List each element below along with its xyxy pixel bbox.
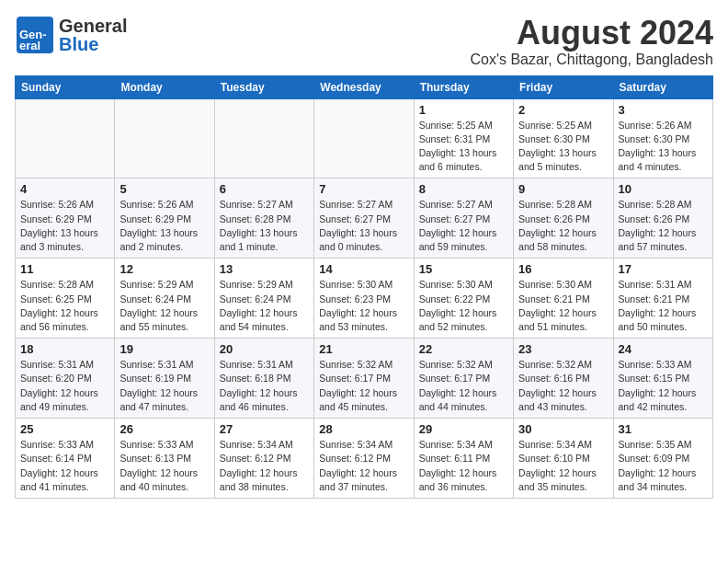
- day-info: Sunrise: 5:29 AM Sunset: 6:24 PM Dayligh…: [119, 278, 209, 334]
- calendar-day-cell: 19Sunrise: 5:31 AM Sunset: 6:19 PM Dayli…: [115, 339, 214, 419]
- calendar-day-cell: 23Sunrise: 5:32 AM Sunset: 6:16 PM Dayli…: [514, 339, 613, 419]
- day-info: Sunrise: 5:35 AM Sunset: 6:09 PM Dayligh…: [619, 438, 708, 494]
- day-info: Sunrise: 5:32 AM Sunset: 6:17 PM Dayligh…: [319, 358, 408, 414]
- calendar-day-cell: 1Sunrise: 5:25 AM Sunset: 6:31 PM Daylig…: [414, 98, 513, 178]
- calendar-day-cell: 20Sunrise: 5:31 AM Sunset: 6:18 PM Dayli…: [214, 339, 313, 419]
- calendar-day-cell: [214, 98, 313, 178]
- calendar-day-cell: 18Sunrise: 5:31 AM Sunset: 6:20 PM Dayli…: [16, 339, 115, 419]
- day-info: Sunrise: 5:30 AM Sunset: 6:23 PM Dayligh…: [319, 278, 408, 334]
- calendar-day-cell: 31Sunrise: 5:35 AM Sunset: 6:09 PM Dayli…: [613, 419, 712, 499]
- logo-blue-text: Blue: [59, 35, 127, 53]
- location-title: Cox's Bazar, Chittagong, Bangladesh: [470, 52, 713, 68]
- day-number: 12: [119, 262, 209, 276]
- day-info: Sunrise: 5:27 AM Sunset: 6:27 PM Dayligh…: [319, 198, 408, 254]
- calendar-week-row: 11Sunrise: 5:28 AM Sunset: 6:25 PM Dayli…: [16, 259, 713, 339]
- logo: Gen- eral General Blue: [15, 15, 127, 55]
- calendar-day-cell: 3Sunrise: 5:26 AM Sunset: 6:30 PM Daylig…: [613, 98, 712, 178]
- calendar-day-cell: 25Sunrise: 5:33 AM Sunset: 6:14 PM Dayli…: [16, 419, 115, 499]
- day-info: Sunrise: 5:31 AM Sunset: 6:20 PM Dayligh…: [20, 358, 109, 414]
- day-number: 27: [220, 422, 309, 436]
- calendar-day-cell: 21Sunrise: 5:32 AM Sunset: 6:17 PM Dayli…: [314, 339, 414, 419]
- day-number: 10: [619, 182, 708, 196]
- weekday-header-saturday: Saturday: [613, 75, 712, 98]
- day-number: 13: [220, 262, 309, 276]
- calendar-week-row: 18Sunrise: 5:31 AM Sunset: 6:20 PM Dayli…: [16, 339, 713, 419]
- day-number: 9: [518, 182, 608, 196]
- day-number: 23: [518, 342, 608, 356]
- day-info: Sunrise: 5:34 AM Sunset: 6:11 PM Dayligh…: [419, 438, 508, 494]
- day-number: 5: [119, 182, 209, 196]
- day-info: Sunrise: 5:32 AM Sunset: 6:16 PM Dayligh…: [518, 358, 608, 414]
- calendar-day-cell: [115, 98, 214, 178]
- day-info: Sunrise: 5:34 AM Sunset: 6:12 PM Dayligh…: [319, 438, 408, 494]
- day-info: Sunrise: 5:27 AM Sunset: 6:28 PM Dayligh…: [220, 198, 309, 254]
- calendar-day-cell: 2Sunrise: 5:25 AM Sunset: 6:30 PM Daylig…: [514, 98, 613, 178]
- day-number: 2: [518, 103, 608, 117]
- weekday-header-thursday: Thursday: [414, 75, 513, 98]
- day-info: Sunrise: 5:34 AM Sunset: 6:10 PM Dayligh…: [518, 438, 608, 494]
- weekday-header-tuesday: Tuesday: [214, 75, 313, 98]
- calendar-day-cell: 13Sunrise: 5:29 AM Sunset: 6:24 PM Dayli…: [214, 259, 313, 339]
- day-number: 6: [220, 182, 309, 196]
- day-number: 17: [619, 262, 708, 276]
- day-info: Sunrise: 5:25 AM Sunset: 6:31 PM Dayligh…: [419, 119, 508, 175]
- weekday-header-sunday: Sunday: [16, 75, 115, 98]
- calendar-day-cell: 7Sunrise: 5:27 AM Sunset: 6:27 PM Daylig…: [314, 178, 414, 259]
- day-number: 18: [20, 342, 109, 356]
- day-number: 16: [518, 262, 608, 276]
- calendar-day-cell: 14Sunrise: 5:30 AM Sunset: 6:23 PM Dayli…: [314, 259, 414, 339]
- day-number: 15: [419, 262, 508, 276]
- day-number: 26: [119, 422, 209, 436]
- logo-icon: Gen- eral: [15, 15, 55, 55]
- calendar-day-cell: 5Sunrise: 5:26 AM Sunset: 6:29 PM Daylig…: [115, 178, 214, 259]
- day-number: 28: [319, 422, 408, 436]
- calendar-week-row: 25Sunrise: 5:33 AM Sunset: 6:14 PM Dayli…: [16, 419, 713, 499]
- calendar-day-cell: 6Sunrise: 5:27 AM Sunset: 6:28 PM Daylig…: [214, 178, 313, 259]
- day-info: Sunrise: 5:28 AM Sunset: 6:26 PM Dayligh…: [619, 198, 708, 254]
- day-number: 25: [20, 422, 109, 436]
- day-info: Sunrise: 5:28 AM Sunset: 6:26 PM Dayligh…: [518, 198, 608, 254]
- day-info: Sunrise: 5:30 AM Sunset: 6:22 PM Dayligh…: [419, 278, 508, 334]
- calendar-week-row: 1Sunrise: 5:25 AM Sunset: 6:31 PM Daylig…: [16, 98, 713, 178]
- day-number: 29: [419, 422, 508, 436]
- calendar-day-cell: 15Sunrise: 5:30 AM Sunset: 6:22 PM Dayli…: [414, 259, 513, 339]
- day-number: 4: [20, 182, 109, 196]
- calendar-day-cell: 28Sunrise: 5:34 AM Sunset: 6:12 PM Dayli…: [314, 419, 414, 499]
- day-number: 20: [220, 342, 309, 356]
- day-info: Sunrise: 5:33 AM Sunset: 6:15 PM Dayligh…: [619, 358, 708, 414]
- calendar-day-cell: 24Sunrise: 5:33 AM Sunset: 6:15 PM Dayli…: [613, 339, 712, 419]
- calendar-day-cell: 4Sunrise: 5:26 AM Sunset: 6:29 PM Daylig…: [16, 178, 115, 259]
- weekday-header-row: SundayMondayTuesdayWednesdayThursdayFrid…: [16, 75, 713, 98]
- day-info: Sunrise: 5:31 AM Sunset: 6:18 PM Dayligh…: [220, 358, 309, 414]
- svg-text:eral: eral: [19, 39, 40, 52]
- day-number: 30: [518, 422, 608, 436]
- weekday-header-friday: Friday: [514, 75, 613, 98]
- day-info: Sunrise: 5:27 AM Sunset: 6:27 PM Dayligh…: [419, 198, 508, 254]
- day-number: 11: [20, 262, 109, 276]
- day-info: Sunrise: 5:28 AM Sunset: 6:25 PM Dayligh…: [20, 278, 109, 334]
- calendar-day-cell: [314, 98, 414, 178]
- day-number: 22: [419, 342, 508, 356]
- logo-text: General: [59, 17, 127, 35]
- day-info: Sunrise: 5:33 AM Sunset: 6:13 PM Dayligh…: [119, 438, 209, 494]
- day-number: 21: [319, 342, 408, 356]
- day-info: Sunrise: 5:32 AM Sunset: 6:17 PM Dayligh…: [419, 358, 508, 414]
- calendar-day-cell: [16, 98, 115, 178]
- day-number: 24: [619, 342, 708, 356]
- day-info: Sunrise: 5:26 AM Sunset: 6:29 PM Dayligh…: [20, 198, 109, 254]
- calendar-day-cell: 29Sunrise: 5:34 AM Sunset: 6:11 PM Dayli…: [414, 419, 513, 499]
- day-info: Sunrise: 5:26 AM Sunset: 6:30 PM Dayligh…: [619, 119, 708, 175]
- calendar-week-row: 4Sunrise: 5:26 AM Sunset: 6:29 PM Daylig…: [16, 178, 713, 259]
- calendar-day-cell: 8Sunrise: 5:27 AM Sunset: 6:27 PM Daylig…: [414, 178, 513, 259]
- page-header: Gen- eral General Blue August 2024 Cox's…: [15, 15, 713, 68]
- day-number: 14: [319, 262, 408, 276]
- day-number: 7: [319, 182, 408, 196]
- day-number: 31: [619, 422, 708, 436]
- day-number: 8: [419, 182, 508, 196]
- day-info: Sunrise: 5:31 AM Sunset: 6:21 PM Dayligh…: [619, 278, 708, 334]
- calendar-day-cell: 26Sunrise: 5:33 AM Sunset: 6:13 PM Dayli…: [115, 419, 214, 499]
- calendar-table: SundayMondayTuesdayWednesdayThursdayFrid…: [15, 75, 713, 499]
- calendar-day-cell: 11Sunrise: 5:28 AM Sunset: 6:25 PM Dayli…: [16, 259, 115, 339]
- calendar-day-cell: 17Sunrise: 5:31 AM Sunset: 6:21 PM Dayli…: [613, 259, 712, 339]
- day-info: Sunrise: 5:25 AM Sunset: 6:30 PM Dayligh…: [518, 119, 608, 175]
